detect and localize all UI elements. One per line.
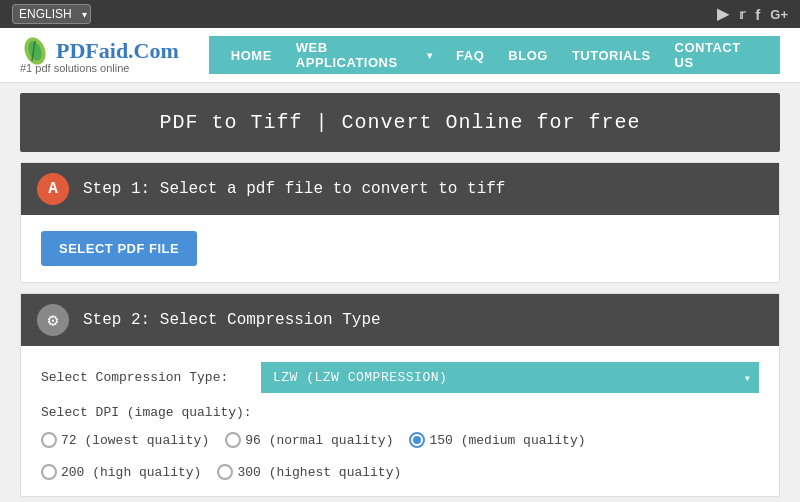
- social-icons-group: ▶ 𝕣 f G+: [717, 5, 788, 23]
- main-content: PDF to Tiff | Convert Online for free A …: [0, 83, 800, 502]
- nav-item-tutorials[interactable]: TUTORIALS: [560, 36, 663, 74]
- radio-circle-150: [409, 432, 425, 448]
- dpi-label-150: 150 (medium quality): [429, 433, 585, 448]
- radio-inner-150: [413, 436, 421, 444]
- nav-dropdown-arrow: ▾: [427, 50, 433, 61]
- select-pdf-button[interactable]: SELECT PDF FILE: [41, 231, 197, 266]
- radio-circle-96: [225, 432, 241, 448]
- dpi-option-72[interactable]: 72 (lowest quality): [41, 432, 209, 448]
- radio-circle-300: [217, 464, 233, 480]
- nav-item-web-applications[interactable]: WEB APPLICATIONS▾: [284, 36, 444, 74]
- step1-title: Step 1: Select a pdf file to convert to …: [83, 180, 505, 198]
- step1-body: SELECT PDF FILE: [21, 215, 779, 282]
- nav-bar: HOMEWEB APPLICATIONS▾FAQBLOGTUTORIALSCON…: [209, 36, 780, 74]
- step2-body: Select Compression Type: LZW (LZW COMPRE…: [21, 346, 779, 496]
- dpi-option-150[interactable]: 150 (medium quality): [409, 432, 585, 448]
- logo-tagline: #1 pdf solutions online: [20, 62, 179, 74]
- step2-header: ⚙ Step 2: Select Compression Type: [21, 294, 779, 346]
- nav-item-home[interactable]: HOME: [219, 36, 284, 74]
- dpi-option-300[interactable]: 300 (highest quality): [217, 464, 401, 480]
- dpi-options-row: 72 (lowest quality)96 (normal quality)15…: [41, 432, 759, 480]
- twitter-icon[interactable]: 𝕣: [739, 7, 745, 22]
- dpi-option-200[interactable]: 200 (high quality): [41, 464, 201, 480]
- dpi-label-300: 300 (highest quality): [237, 465, 401, 480]
- dpi-label-200: 200 (high quality): [61, 465, 201, 480]
- language-selector[interactable]: ENGLISH ▾: [12, 4, 91, 24]
- logo-text: PDFaid.Com: [56, 38, 179, 64]
- nav-item-faq[interactable]: FAQ: [444, 36, 496, 74]
- step2-title: Step 2: Select Compression Type: [83, 311, 381, 329]
- nav-item-contact-us[interactable]: CONTACT US: [663, 36, 770, 74]
- googleplus-icon[interactable]: G+: [770, 7, 788, 22]
- dpi-label: Select DPI (image quality):: [41, 405, 261, 420]
- dpi-label-row: Select DPI (image quality):: [41, 405, 759, 420]
- gear-icon: ⚙: [48, 309, 59, 331]
- radio-circle-72: [41, 432, 57, 448]
- facebook-icon[interactable]: f: [755, 6, 760, 23]
- page-title: PDF to Tiff | Convert Online for free: [20, 93, 780, 152]
- step1-section: A Step 1: Select a pdf file to convert t…: [20, 162, 780, 283]
- compression-select-wrapper[interactable]: LZW (LZW COMPRESSION)NONE (NO COMPRESSIO…: [261, 362, 759, 393]
- language-dropdown[interactable]: ENGLISH: [12, 4, 91, 24]
- dpi-label-72: 72 (lowest quality): [61, 433, 209, 448]
- step1-icon: A: [37, 173, 69, 205]
- pdf-icon: A: [48, 180, 58, 198]
- step2-section: ⚙ Step 2: Select Compression Type Select…: [20, 293, 780, 497]
- nav-item-blog[interactable]: BLOG: [496, 36, 560, 74]
- header: PDFaid.Com #1 pdf solutions online HOMEW…: [0, 28, 800, 83]
- dpi-option-96[interactable]: 96 (normal quality): [225, 432, 393, 448]
- top-bar: ENGLISH ▾ ▶ 𝕣 f G+: [0, 0, 800, 28]
- step2-icon: ⚙: [37, 304, 69, 336]
- step1-header: A Step 1: Select a pdf file to convert t…: [21, 163, 779, 215]
- compression-row: Select Compression Type: LZW (LZW COMPRE…: [41, 362, 759, 393]
- youtube-icon[interactable]: ▶: [717, 5, 729, 23]
- logo[interactable]: PDFaid.Com #1 pdf solutions online: [20, 36, 179, 74]
- dpi-full-row: Select DPI (image quality): 72 (lowest q…: [41, 405, 759, 480]
- radio-circle-200: [41, 464, 57, 480]
- compression-dropdown[interactable]: LZW (LZW COMPRESSION)NONE (NO COMPRESSIO…: [261, 362, 759, 393]
- dpi-label-96: 96 (normal quality): [245, 433, 393, 448]
- compression-label: Select Compression Type:: [41, 370, 261, 385]
